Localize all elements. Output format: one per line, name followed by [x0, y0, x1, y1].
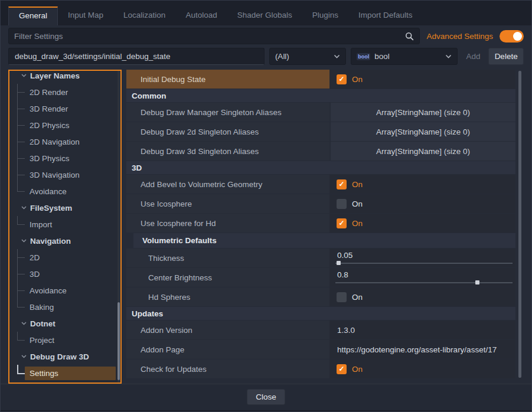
property-row-center-brightness: Center Brightness 0.8: [126, 268, 515, 287]
inspector-scrollbar-thumb[interactable]: [518, 71, 521, 378]
checkbox-label: On: [352, 200, 363, 208]
tree-category-filesystem[interactable]: FileSystem: [9, 200, 120, 216]
tree-item-settings[interactable]: Settings: [9, 365, 120, 381]
tree-category-dotnet[interactable]: Dotnet: [9, 315, 120, 332]
search-icon: [405, 32, 414, 41]
filter-row: Filter Settings Advanced Settings: [1, 25, 531, 47]
feature-filter-dropdown[interactable]: (All): [269, 48, 346, 65]
type-value: bool: [374, 52, 441, 61]
subsection-header-volumetric-defaults[interactable]: Volumetric Defaults: [133, 233, 515, 248]
tree-item-2d-render[interactable]: 2D Render: [9, 84, 120, 100]
tree-item-2d-navigation[interactable]: 2D Navigation: [9, 133, 120, 150]
tree-category-layer-names[interactable]: Layer Names: [9, 70, 120, 84]
slider-value: 0.05: [337, 251, 353, 260]
property-label[interactable]: Debug Draw 2d Singleton Aliases: [126, 122, 329, 141]
tree-item-3d-navigation[interactable]: 3D Navigation: [9, 166, 120, 183]
property-label[interactable]: Addon Page: [126, 340, 329, 359]
property-row-addon-version: Addon Version 1.3.0: [126, 321, 515, 339]
property-row-use-icosphere: Use Icosphere On: [126, 194, 515, 213]
slider-grabber[interactable]: [337, 261, 341, 265]
tab-input-map[interactable]: Input Map: [58, 6, 113, 25]
chevron-down-icon: [21, 355, 27, 358]
tree-item-3d-physics[interactable]: 3D Physics: [9, 150, 120, 166]
tab-plugins[interactable]: Plugins: [302, 6, 348, 25]
feature-filter-value: (All): [275, 52, 329, 61]
checkbox-checked[interactable]: ✓: [337, 74, 347, 84]
chevron-down-icon: [334, 54, 340, 58]
slider-field[interactable]: 0.05: [329, 248, 515, 267]
checkbox-label: On: [352, 180, 363, 189]
tree-item-nav-avoidance[interactable]: Avoidance: [9, 282, 120, 299]
property-value: On: [329, 194, 515, 213]
property-label[interactable]: Debug Draw 3d Singleton Aliases: [126, 142, 329, 161]
array-value-button[interactable]: Array[StringName] (size 0): [331, 103, 515, 122]
tree-item-avoidance[interactable]: Avoidance: [9, 183, 120, 200]
property-value: ✓ On: [329, 175, 515, 194]
slider-track[interactable]: [335, 263, 513, 264]
slider-track[interactable]: [335, 282, 513, 283]
tree-item-nav-baking[interactable]: Baking: [9, 299, 120, 315]
add-button[interactable]: Add: [462, 48, 484, 65]
sidebar-scrollbar-thumb[interactable]: [118, 302, 120, 380]
slider-field[interactable]: 0.8: [329, 268, 515, 287]
checkbox-label: On: [352, 365, 363, 374]
property-value: ✓ On: [329, 70, 515, 89]
tree-item-nav-3d[interactable]: 3D: [9, 266, 120, 282]
tab-shader-globals[interactable]: Shader Globals: [227, 6, 302, 25]
property-label[interactable]: Use Icosphere for Hd: [126, 214, 329, 233]
property-label[interactable]: Add Bevel to Volumetric Geometry: [126, 175, 329, 194]
array-value-button[interactable]: Array[StringName] (size 0): [331, 122, 515, 141]
property-path-input[interactable]: debug_draw_3d/settings/initial_debug_sta…: [8, 48, 265, 65]
property-label[interactable]: Addon Version: [126, 321, 329, 339]
bool-type-icon: bool: [357, 53, 370, 60]
property-label[interactable]: Check for Updates: [126, 359, 329, 378]
type-dropdown[interactable]: bool bool: [351, 48, 458, 65]
delete-button[interactable]: Delete: [488, 48, 524, 65]
tree-item-3d-render[interactable]: 3D Render: [9, 100, 120, 117]
tab-general[interactable]: General: [8, 6, 58, 25]
checkbox-checked[interactable]: ✓: [337, 218, 347, 228]
array-value-button[interactable]: Array[StringName] (size 0): [331, 142, 515, 161]
property-label[interactable]: Hd Spheres: [126, 287, 329, 306]
tree-item-project[interactable]: Project: [9, 332, 120, 348]
advanced-settings-label: Advanced Settings: [426, 32, 493, 41]
property-label[interactable]: Thickness: [126, 248, 329, 267]
section-header-3d[interactable]: 3D: [126, 161, 515, 174]
tree-item-nav-2d[interactable]: 2D: [9, 249, 120, 266]
property-label[interactable]: Debug Draw Manager Singleton Aliases: [126, 103, 329, 122]
close-button[interactable]: Close: [247, 389, 285, 405]
tree-item-2d-physics[interactable]: 2D Physics: [9, 117, 120, 133]
checkbox-checked[interactable]: ✓: [337, 364, 347, 374]
property-label[interactable]: Use Icosphere: [126, 194, 329, 213]
property-row-manager-singleton-aliases: Debug Draw Manager Singleton Aliases Arr…: [126, 103, 515, 122]
section-header-updates[interactable]: Updates: [126, 307, 515, 320]
section-header-common[interactable]: Common: [126, 89, 515, 102]
checkbox-unchecked[interactable]: [337, 199, 347, 209]
advanced-settings-toggle[interactable]: [500, 30, 524, 42]
property-value: ✓ On: [329, 359, 515, 378]
project-settings-dialog: General Input Map Localization Autoload …: [0, 0, 532, 412]
text-value[interactable]: 1.3.0: [329, 321, 515, 339]
tab-import-defaults[interactable]: Import Defaults: [348, 6, 423, 25]
tree-item-import[interactable]: Import: [9, 216, 120, 233]
main-content: Layer Names 2D Render 3D Render 2D Physi…: [1, 68, 531, 384]
tab-autoload[interactable]: Autoload: [175, 6, 227, 25]
filter-settings-input[interactable]: Filter Settings: [8, 28, 420, 44]
property-row-add-bevel: Add Bevel to Volumetric Geometry ✓ On: [126, 175, 515, 194]
checkbox-unchecked[interactable]: [337, 292, 347, 302]
tree-category-debug-draw-3d[interactable]: Debug Draw 3D: [9, 348, 120, 365]
checkbox-checked[interactable]: ✓: [337, 179, 347, 189]
text-value[interactable]: https://godotengine.org/asset-library/as…: [329, 340, 515, 359]
tab-bar: General Input Map Localization Autoload …: [1, 1, 531, 25]
property-add-bar: debug_draw_3d/settings/initial_debug_sta…: [1, 47, 531, 68]
tab-localization[interactable]: Localization: [113, 6, 175, 25]
property-label[interactable]: Initial Debug State: [126, 70, 329, 89]
property-row-thickness: Thickness 0.05: [126, 248, 515, 267]
property-label[interactable]: Center Brightness: [126, 268, 329, 287]
tree-category-navigation[interactable]: Navigation: [9, 233, 120, 249]
filter-placeholder: Filter Settings: [14, 32, 405, 41]
checkbox-label: On: [352, 219, 363, 228]
slider-grabber[interactable]: [475, 280, 479, 285]
property-row-hd-spheres: Hd Spheres On: [126, 287, 515, 306]
inspector-panel: Initial Debug State ✓ On Common Debug Dr…: [126, 70, 524, 384]
